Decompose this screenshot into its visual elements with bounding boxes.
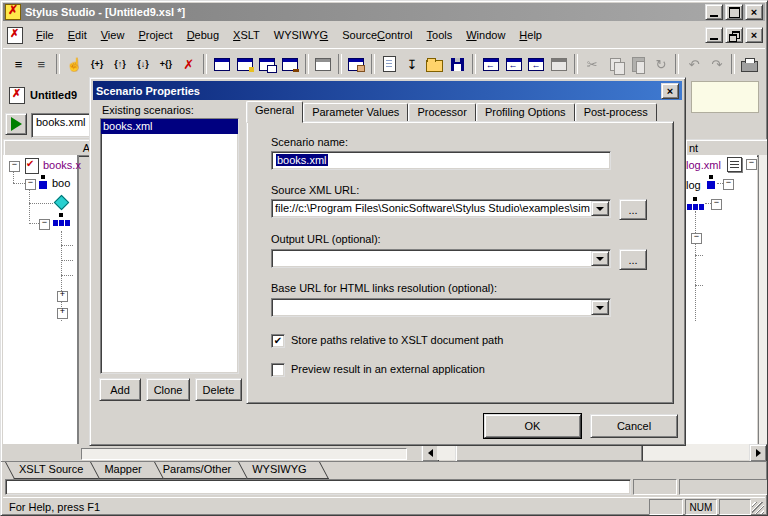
collapse-toggle-icon[interactable] <box>25 179 36 190</box>
collapse-toggle-icon[interactable] <box>746 159 757 170</box>
play-icon <box>11 117 22 131</box>
format-block-button[interactable]: ≡ <box>30 53 53 75</box>
xpath-input[interactable] <box>5 479 631 495</box>
pan-window-button[interactable] <box>345 53 368 75</box>
close-icon: × <box>751 7 757 17</box>
source-xml-url-dropdown[interactable] <box>591 201 609 216</box>
open-button[interactable] <box>423 53 446 75</box>
scroll-thumb[interactable] <box>455 444 643 462</box>
document-icon[interactable] <box>7 27 23 44</box>
collapse-toggle-icon[interactable] <box>39 219 50 230</box>
menu-xslt[interactable]: XSLT <box>226 26 267 44</box>
view-tab-label: WYSIWYG <box>252 463 306 475</box>
collapse-toggle-icon[interactable] <box>723 179 734 190</box>
preview-windows-button[interactable] <box>256 53 279 75</box>
scenario-combo-value: books.xml <box>36 116 86 128</box>
view-tab-wysiwyg[interactable]: WYSIWYG <box>238 462 320 479</box>
cancel-button[interactable]: Cancel <box>590 414 678 438</box>
file-tab-untitled9[interactable]: Untitled9 <box>5 83 81 107</box>
ok-button[interactable]: OK <box>484 414 581 438</box>
properties-window-button[interactable] <box>312 53 335 75</box>
menu-tools[interactable]: Tools <box>420 26 460 44</box>
collapse-toggle-icon[interactable] <box>691 233 702 244</box>
menu-debug[interactable]: Debug <box>180 26 226 44</box>
menu-edit[interactable]: Edit <box>61 26 94 44</box>
scenario-name-input[interactable]: books.xml <box>271 151 611 170</box>
source-root-label[interactable]: books.x <box>43 159 81 171</box>
view-tab-xslt-source[interactable]: XSLT Source <box>5 462 97 479</box>
build-scenario-button[interactable] <box>279 53 302 75</box>
step-over-button[interactable]: {↑} <box>109 53 132 75</box>
close-button[interactable]: × <box>745 4 763 20</box>
menu-help[interactable]: Help <box>512 26 549 44</box>
maximize-button[interactable] <box>725 4 743 20</box>
step-out-button[interactable]: {↓} <box>132 53 155 75</box>
clear-templates-button[interactable]: ✗ <box>177 53 200 75</box>
output-url-browse-button[interactable]: ... <box>619 249 647 270</box>
back-window-button[interactable] <box>479 53 502 75</box>
minimize-button[interactable] <box>705 4 723 20</box>
window-extra-icon <box>551 58 567 71</box>
target-pane-header-text: nt <box>689 142 698 154</box>
tab-parameter-values[interactable]: Parameter Values <box>303 103 408 122</box>
menu-view[interactable]: View <box>94 26 132 44</box>
back-window-alt-button[interactable] <box>525 53 548 75</box>
print-button[interactable] <box>738 53 761 75</box>
menu-file[interactable]: File <box>29 26 61 44</box>
base-url-combo[interactable] <box>271 298 611 317</box>
output-url-combo[interactable] <box>271 249 611 268</box>
toolbar-separator <box>731 54 735 74</box>
step-into-button[interactable]: {+} <box>86 53 109 75</box>
import-document-button[interactable]: ↧ <box>401 53 424 75</box>
left-horizontal-scrollbar[interactable] <box>81 448 407 460</box>
mdi-minimize-button[interactable] <box>705 27 723 43</box>
scenario-list-item[interactable]: books.xml <box>101 119 238 134</box>
mdi-close-button[interactable]: × <box>745 27 763 43</box>
source-xml-url-browse-button[interactable]: ... <box>619 199 647 220</box>
main-window: Stylus Studio - [Untitled9.xsl *] × File… <box>0 0 768 516</box>
delete-button[interactable]: Delete <box>195 378 242 401</box>
hand-tool-button[interactable]: ☝ <box>63 53 86 75</box>
add-button[interactable]: Add <box>99 378 141 401</box>
tab-post-process[interactable]: Post-process <box>575 103 657 122</box>
store-paths-checkbox[interactable]: ✔ <box>271 334 285 348</box>
menu-project[interactable]: Project <box>131 26 179 44</box>
menu-wysiwyg[interactable]: WYSIWYG <box>267 26 335 44</box>
collapse-toggle-icon[interactable] <box>9 161 20 172</box>
run-to-cursor-button[interactable]: +{} <box>154 53 177 75</box>
mdi-restore-button[interactable] <box>725 27 743 43</box>
tab-general[interactable]: General <box>246 101 303 123</box>
view-tab-mapper[interactable]: Mapper <box>90 462 155 479</box>
base-url-dropdown[interactable] <box>591 300 609 315</box>
resize-grip[interactable] <box>752 502 764 514</box>
xpath-cell-large <box>679 479 768 495</box>
expand-toggle-icon[interactable] <box>57 291 68 302</box>
menu-sourcecontrol[interactable]: SourceControl <box>335 26 419 44</box>
preview-result-button[interactable] <box>210 53 233 75</box>
view-tabs: XSLT SourceMapperParams/OtherWYSIWYG <box>1 461 767 479</box>
tree-line <box>695 255 703 256</box>
source-xml-url-combo[interactable]: file://c:\Program Files\SonicSoftware\St… <box>271 199 611 218</box>
scenario-list[interactable]: books.xml <box>100 118 239 374</box>
tab-profiling-options[interactable]: Profiling Options <box>476 103 575 122</box>
format-indent-button[interactable]: ≡ <box>7 53 30 75</box>
output-url-dropdown[interactable] <box>591 251 609 266</box>
run-button[interactable] <box>5 113 27 135</box>
new-document-button[interactable] <box>378 53 401 75</box>
expand-toggle-icon[interactable] <box>57 308 68 319</box>
target-root-label[interactable]: log.xml <box>686 159 721 171</box>
back-window-doc-button[interactable] <box>502 53 525 75</box>
tab-processor[interactable]: Processor <box>408 103 476 122</box>
scroll-right-button[interactable] <box>749 444 767 462</box>
canvas-horizontal-scrollbar[interactable] <box>421 444 767 460</box>
preview-browser-button[interactable] <box>233 53 256 75</box>
target-tree-scrollbar[interactable] <box>758 155 768 444</box>
menu-window[interactable]: Window <box>459 26 512 44</box>
clone-button[interactable]: Clone <box>146 378 190 401</box>
save-button[interactable] <box>446 53 469 75</box>
preview-external-checkbox[interactable] <box>271 363 285 377</box>
dialog-close-button[interactable]: × <box>661 83 679 99</box>
source-child-label[interactable]: boo <box>52 177 70 189</box>
target-child-label[interactable]: log <box>686 179 701 191</box>
collapse-toggle-icon[interactable] <box>711 199 722 210</box>
